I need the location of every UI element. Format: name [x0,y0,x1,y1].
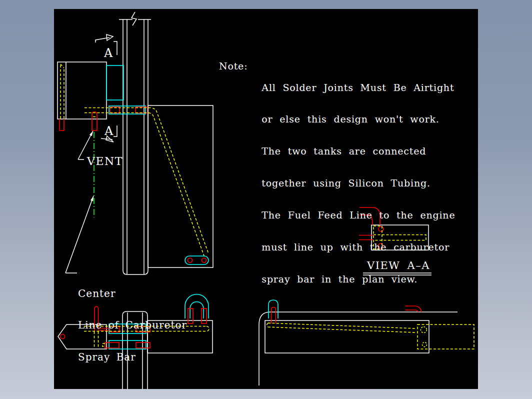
boom-outline [259,312,458,386]
note-line: or else this design won't work. [262,114,455,124]
hidden-vent-line [60,64,64,118]
tank-side-outline [265,320,429,353]
mount-post [119,20,151,274]
fuel-tube [188,308,193,324]
drawing-viewport[interactable]: Note: All Solder Joints Must Be Airtight… [54,9,478,389]
section-letter-bottom: A [104,124,113,138]
fuel-feed-line-inner [84,113,204,258]
vent-tube [272,308,276,324]
centerline-leader-arrowhead [90,196,94,201]
centerline-label-line: Spray Bar [78,352,187,362]
spray-bar-hidden [267,323,416,332]
fuel-line-clamp [185,294,208,318]
fuel-tube [202,308,206,324]
hidden-hole [421,327,427,333]
note-line: The two tanks are connected [262,146,455,156]
tank-bracket [106,66,124,100]
feed-elbow [405,306,422,312]
vent-tube [92,112,97,131]
tube-end [188,258,192,262]
vent-leader-arrowhead [90,131,93,136]
view-aa-title: VIEW A–A [367,260,430,272]
carburetor-clamp [185,256,208,264]
break-symbol [132,12,136,26]
note-line: All Solder Joints Must Be Airtight [262,82,455,93]
centerline-label-line: Center [78,288,187,299]
note-label: Note: [219,61,248,306]
engine-bay-outline [148,106,213,268]
centerline-label: Center Line of Carburetor Spray Bar [78,267,187,384]
filler-hole [60,334,65,339]
note-line: must line up with the carburetor [262,242,455,252]
section-letter-top: A [104,46,112,60]
centerline-label-line: Line of Carburetor [78,320,187,330]
fuel-feed-line-outer [84,108,208,254]
centerline-leader-line [66,196,94,273]
tube-end [202,258,206,262]
vent-tube-left [60,119,64,130]
hidden-hole [422,342,427,347]
cad-window: Note: All Solder Joints Must Be Airtight… [0,0,532,399]
fuel-tank-outline [58,62,106,119]
side-view-right [259,300,474,386]
note-line: together using Silicon Tubing. [262,178,455,188]
vent-label: VENT [87,155,123,168]
side-elevation [58,12,213,274]
note-line: The Fuel Feed Line to the engine [262,210,455,220]
note-line: spray bar in the plan view. [262,274,455,284]
